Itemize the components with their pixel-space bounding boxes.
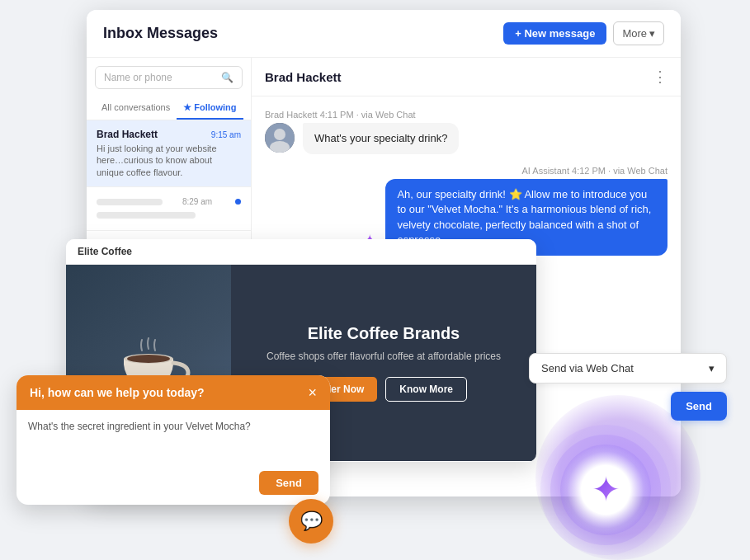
chat-widget-input[interactable]: What's the secret ingredient in your Vel… bbox=[28, 420, 318, 461]
website-tab-label: Elite Coffee bbox=[66, 239, 536, 265]
new-message-button[interactable]: + New message bbox=[503, 22, 606, 45]
message-meta: AI Assistant 4:12 PM · via Web Chat bbox=[265, 166, 667, 176]
avatar bbox=[265, 123, 295, 153]
chat-widget-send-button[interactable]: Send bbox=[259, 471, 318, 495]
message-row-incoming: Brad Hackett 4:11 PM · via Web Chat What… bbox=[265, 110, 667, 154]
message-bubble: What's your specialty drink? bbox=[303, 123, 459, 154]
search-placeholder: Name or phone bbox=[104, 72, 172, 83]
chat-icon: 💬 bbox=[300, 511, 323, 532]
unread-dot bbox=[235, 199, 241, 205]
chat-header: Brad Hackett ⋮ bbox=[252, 58, 681, 96]
three-dots-icon[interactable]: ⋮ bbox=[653, 68, 667, 86]
search-icon: 🔍 bbox=[221, 72, 233, 83]
website-description: Coffee shops offer flavorful coffee at a… bbox=[267, 350, 501, 364]
svg-point-5 bbox=[127, 355, 170, 363]
search-bar[interactable]: Name or phone 🔍 bbox=[95, 66, 243, 89]
header-actions: + New message More ▾ bbox=[503, 21, 664, 45]
list-item[interactable]: Brad Hackett 9:15 am Hi just looking at … bbox=[87, 120, 251, 187]
placeholder-bar bbox=[97, 212, 196, 219]
filter-tabs: All conversations ★ Following bbox=[87, 97, 251, 120]
send-via-select[interactable]: Send via Web Chat ▾ bbox=[529, 353, 727, 384]
chat-widget-input-area: What's the secret ingredient in your Vel… bbox=[17, 410, 330, 471]
list-item[interactable]: 8:29 am bbox=[87, 187, 251, 231]
send-via-label: Send via Web Chat bbox=[541, 362, 634, 374]
inbox-title: Inbox Messages bbox=[103, 25, 218, 42]
more-button[interactable]: More ▾ bbox=[613, 21, 664, 45]
chat-widget: Hi, how can we help you today? × What's … bbox=[17, 375, 330, 505]
chat-widget-header: Hi, how can we help you today? × bbox=[17, 375, 330, 410]
tab-following[interactable]: ★ Following bbox=[177, 97, 243, 120]
close-icon[interactable]: × bbox=[308, 385, 317, 400]
website-brand: Elite Coffee Brands bbox=[308, 324, 460, 343]
user-avatar-svg bbox=[265, 123, 295, 153]
ai-bubble[interactable]: ✦ bbox=[560, 445, 651, 535]
svg-point-1 bbox=[274, 129, 285, 140]
conv-preview: Hi just looking at your website here…cur… bbox=[97, 143, 241, 178]
conv-name: Brad Hackett bbox=[97, 129, 158, 140]
message-meta: Brad Hackett 4:11 PM · via Web Chat bbox=[265, 110, 667, 120]
placeholder-bar bbox=[97, 199, 163, 205]
inbox-header: Inbox Messages + New message More ▾ bbox=[87, 10, 681, 58]
chevron-down-icon: ▾ bbox=[649, 27, 655, 40]
dropdown-icon: ▾ bbox=[709, 362, 715, 374]
conv-time: 8:29 am bbox=[182, 197, 212, 206]
chat-launcher-button[interactable]: 💬 bbox=[289, 499, 333, 544]
conv-time: 9:15 am bbox=[211, 130, 241, 139]
chat-contact-name: Brad Hackett bbox=[265, 70, 342, 84]
tab-all-conversations[interactable]: All conversations bbox=[95, 97, 177, 120]
send-button[interactable]: Send bbox=[671, 392, 727, 421]
chat-widget-footer: Send bbox=[17, 471, 330, 505]
send-via-row: Send via Web Chat ▾ bbox=[529, 353, 727, 384]
know-more-button[interactable]: Know More bbox=[385, 377, 467, 402]
chat-widget-greeting: Hi, how can we help you today? bbox=[30, 386, 205, 399]
ai-star-icon: ✦ bbox=[592, 473, 620, 507]
